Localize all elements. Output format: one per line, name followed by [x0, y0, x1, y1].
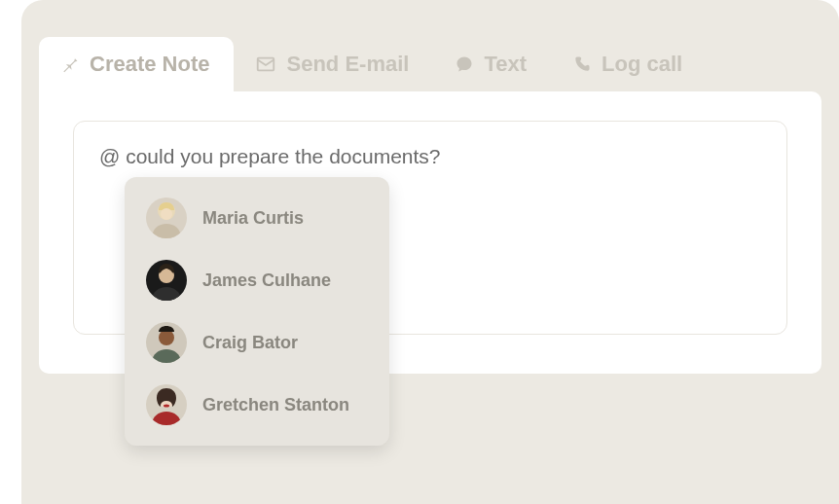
mention-name: Maria Curtis [202, 208, 304, 229]
avatar [146, 260, 187, 301]
tab-log-call[interactable]: Log call [551, 37, 707, 91]
mention-name: Gretchen Stanton [202, 395, 349, 415]
app-wrapper: Create Note Send E-mail Text Log call @ … [21, 0, 839, 504]
phone-icon [572, 54, 592, 74]
chat-icon [455, 54, 474, 74]
mention-item[interactable]: Craig Bator [125, 311, 389, 374]
svg-point-4 [161, 208, 172, 220]
tabs-bar: Create Note Send E-mail Text Log call [21, 0, 839, 91]
svg-point-10 [159, 330, 174, 345]
mention-popup: Maria Curtis James Culhane Craig Bator G… [125, 177, 389, 446]
mention-item[interactable]: Gretchen Stanton [125, 374, 389, 436]
avatar [146, 384, 187, 425]
mention-item[interactable]: Maria Curtis [125, 187, 389, 249]
tab-send-email[interactable]: Send E-mail [234, 37, 433, 91]
tab-label: Create Note [90, 52, 209, 77]
avatar [146, 198, 187, 238]
note-text: @ could you prepare the documents? [99, 145, 441, 167]
tab-label: Log call [602, 52, 682, 77]
mail-icon [255, 54, 276, 75]
tab-label: Text [484, 52, 527, 77]
tab-label: Send E-mail [286, 52, 409, 77]
mention-name: Craig Bator [202, 333, 298, 353]
tab-create-note[interactable]: Create Note [39, 37, 234, 91]
svg-point-14 [164, 405, 169, 408]
mention-item[interactable]: James Culhane [125, 249, 389, 311]
mention-trigger: @ [99, 145, 120, 167]
mention-name: James Culhane [202, 270, 331, 291]
tab-text[interactable]: Text [433, 37, 551, 91]
avatar [146, 322, 187, 363]
note-body: could you prepare the documents? [120, 145, 440, 167]
pin-icon [60, 54, 80, 74]
